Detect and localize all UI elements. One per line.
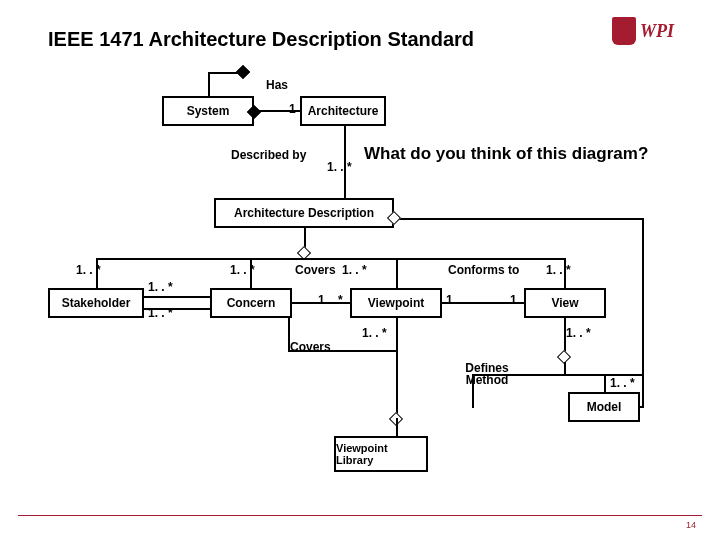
page-title: IEEE 1471 Architecture Description Stand… bbox=[48, 28, 474, 51]
shield-icon bbox=[612, 17, 636, 45]
mult-vp-left: 1. . * bbox=[318, 293, 343, 307]
box-model: Model bbox=[568, 392, 640, 422]
box-viewpoint-library: Viewpoint Library bbox=[334, 436, 428, 472]
line-model-v bbox=[604, 374, 606, 392]
label-covers2: Covers bbox=[290, 340, 331, 354]
callout-question: What do you think of this diagram? bbox=[364, 144, 648, 164]
label-has: Has bbox=[266, 78, 288, 92]
mult-sh-left: 1. . * bbox=[76, 263, 101, 277]
footer-rule bbox=[18, 515, 702, 516]
mult-vp-down: 1. . * bbox=[362, 326, 387, 340]
mult-view-r: 1. . * bbox=[546, 263, 571, 277]
mult-sh-top: 1. . * bbox=[148, 280, 173, 294]
line-vp-lib bbox=[396, 418, 398, 438]
mult-ad-1star: 1. . * bbox=[327, 160, 352, 174]
box-view: View bbox=[524, 288, 606, 318]
wpi-logo: WPI bbox=[612, 14, 702, 48]
box-concern: Concern bbox=[210, 288, 292, 318]
line-model-right bbox=[640, 406, 644, 408]
mult-concern-top: 1. . * bbox=[230, 263, 255, 277]
label-described-by: Described by bbox=[231, 148, 306, 162]
label-conforms-to: Conforms to bbox=[448, 263, 519, 277]
mult-covers-r: 1. . * bbox=[342, 263, 367, 277]
box-viewpoint: Viewpoint bbox=[350, 288, 442, 318]
mult-vp-1: 1 bbox=[446, 293, 453, 307]
mult-view-1: 1 bbox=[510, 293, 517, 307]
line-right-v bbox=[642, 218, 644, 406]
line-has-v bbox=[208, 72, 210, 96]
line-right-top bbox=[394, 218, 644, 220]
diamond-has bbox=[236, 65, 250, 79]
box-architecture: Architecture bbox=[300, 96, 386, 126]
line-ad-vp bbox=[396, 258, 398, 288]
line-sh-concern-t bbox=[144, 296, 210, 298]
logo-text: WPI bbox=[640, 21, 674, 42]
box-system: System bbox=[162, 96, 254, 126]
label-covers: Covers bbox=[295, 263, 336, 277]
page-number: 14 bbox=[686, 520, 696, 530]
mult-view-down: 1. . * bbox=[566, 326, 591, 340]
box-stakeholder: Stakeholder bbox=[48, 288, 144, 318]
mult-arch-1: 1 bbox=[289, 102, 296, 116]
line-ad-bus bbox=[96, 258, 566, 260]
mult-sh-bot: 1. . * bbox=[148, 306, 173, 320]
box-arch-description: Architecture Description bbox=[214, 198, 394, 228]
label-defines-method: Defines Method bbox=[460, 362, 514, 386]
mult-model-r: 1. . * bbox=[610, 376, 635, 390]
line-vp-down bbox=[396, 318, 398, 418]
